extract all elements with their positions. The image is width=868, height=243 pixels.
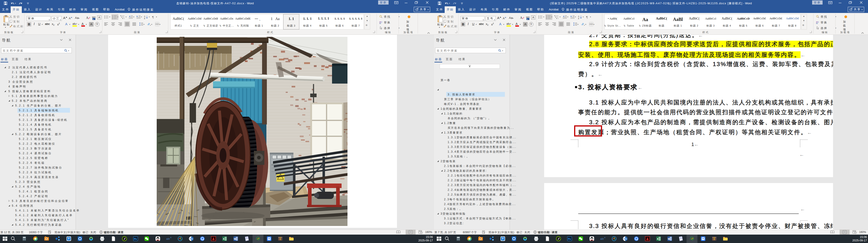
svg-text:Z: Z bbox=[578, 17, 579, 19]
svg-text:¶: ¶ bbox=[152, 16, 154, 19]
svg-text:W: W bbox=[234, 238, 237, 240]
svg-text:wen: wen bbox=[92, 16, 96, 18]
svg-text:A: A bbox=[516, 22, 518, 26]
svg-text:ab: ab bbox=[72, 22, 75, 25]
svg-text:x: x bbox=[527, 18, 528, 20]
svg-text:Ps: Ps bbox=[568, 238, 571, 240]
svg-text:N: N bbox=[624, 238, 625, 240]
svg-text:x: x bbox=[93, 18, 94, 20]
svg-text:x: x bbox=[50, 232, 51, 234]
svg-text:S: S bbox=[191, 238, 193, 240]
svg-text:x: x bbox=[484, 232, 485, 234]
svg-text:wen: wen bbox=[526, 16, 530, 18]
svg-text:A: A bbox=[82, 22, 84, 26]
svg-text:A: A bbox=[520, 16, 523, 20]
svg-text:3: 3 bbox=[112, 18, 113, 19]
svg-text:S: S bbox=[625, 238, 627, 240]
svg-text:A: A bbox=[65, 22, 67, 26]
svg-text:ac: ac bbox=[379, 22, 381, 24]
svg-text:xin: xin bbox=[166, 237, 170, 241]
svg-text:ab: ab bbox=[506, 22, 509, 25]
svg-text:N: N bbox=[190, 238, 191, 240]
svg-text:¶: ¶ bbox=[586, 16, 588, 19]
svg-text:A: A bbox=[86, 16, 89, 20]
svg-text:X: X bbox=[223, 238, 225, 240]
svg-text:A: A bbox=[499, 22, 501, 26]
svg-text:Z: Z bbox=[144, 17, 145, 19]
svg-text:3: 3 bbox=[546, 18, 547, 19]
svg-text:Ps: Ps bbox=[134, 238, 137, 240]
svg-text:X: X bbox=[657, 238, 659, 240]
svg-text:ac: ac bbox=[816, 22, 818, 24]
svg-text:W: W bbox=[668, 238, 671, 240]
svg-text:xin: xin bbox=[600, 237, 604, 241]
